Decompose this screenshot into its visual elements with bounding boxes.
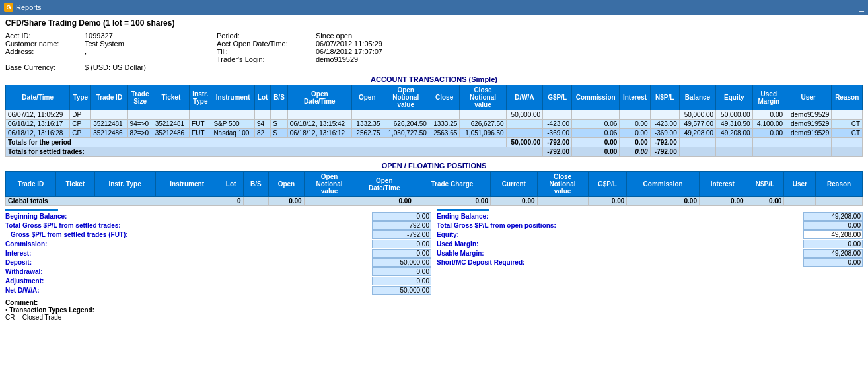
comment-label: Comment: [5,299,863,306]
base-currency-label: Base Currency: [5,63,85,71]
table-cell [254,110,270,120]
table-cell: S&P 500 [211,120,255,129]
global-totals-lot: 0 [219,197,243,206]
table-cell [832,147,863,157]
short-mc-value: 0.00 [803,258,863,267]
table-cell: 2562.75 [352,129,382,138]
fp-col-close-notional: CloseNotionalvalue [537,172,588,197]
col-open-notional: OpenNotionalvalue [382,85,429,110]
table-cell: 06/18/12, 13:16:17 [6,120,70,129]
till-label: Till: [217,48,316,55]
col-equity: Equity [716,85,752,110]
table-cell: CT [832,120,863,129]
usable-margin-value: 49,208.00 [803,249,863,258]
fp-col-reason: Reason [816,172,863,197]
adjustment-label: Adjustment: [5,277,369,285]
gross-pl-fut-value: -792.00 [372,230,431,239]
table-cell: 49,577.00 [679,120,715,129]
table-cell: -792.00 [543,147,572,157]
col-trade-id: Trade ID [91,85,127,110]
gross-pl-fut-label: Gross $P/L from settled trades (FUT): [5,231,369,238]
col-trade-size: TradeSize [127,85,153,110]
used-margin-value: 0.00 [803,240,863,248]
col-close: Close [429,85,459,110]
withdrawal-label: Withdrawal: [5,268,369,275]
title-bar: G Reports _ [0,0,868,15]
global-totals-bs [243,197,269,206]
col-gpl: G$P/L [543,85,572,110]
fp-col-instr-type: Instr. Type [94,172,155,197]
deposit-row: Deposit: 50,000.00 [5,258,431,267]
table-cell: -792.00 [543,138,572,147]
table-cell: S [271,120,287,129]
customer-value: Test System [85,40,217,48]
fp-col-open: Open [269,172,304,197]
commission-value: 0.00 [372,240,431,248]
comment-section: Comment: • Transaction Types Legend: CR … [5,299,863,321]
base-currency-value: $ (USD: US Dollar) [85,63,217,71]
summary-section: Beginning Balance: 0.00 Total Gross $P/L… [5,209,863,295]
acct-open-value: 06/07/2012 11:05:29 [316,40,481,48]
customer-label: Customer name: [5,40,85,48]
open-positions-title: OPEN / FLOATING POSITIONS [5,162,863,170]
col-user: User [785,85,832,110]
global-totals-row: Global totals 0 0.00 0.00 0.00 0.00 0.00… [6,197,863,206]
table-cell: -423.00 [543,120,572,129]
report-title: CFD/Share Trading Demo (1 lot = 100 shar… [5,18,863,28]
table-cell: 94 [254,120,270,129]
table-cell [785,147,832,157]
beginning-balance-row: Beginning Balance: 0.00 [5,212,431,221]
gross-pl-fut-row: Gross $P/L from settled trades (FUT): -7… [5,230,431,239]
table-cell: 1,051,096.50 [460,129,506,138]
total-gross-open-pl-row: Total Gross $P/L from open positions: 0.… [437,221,863,230]
table-cell [211,110,255,120]
global-totals-label: Global totals [6,197,219,206]
table-cell: demo919529 [785,110,832,120]
table-cell [127,110,153,120]
table-cell: DP [70,110,91,120]
col-instrument: Instrument [211,85,255,110]
net-dwa-value: 50,000.00 [372,286,431,295]
table-cell: 35212481 [91,120,127,129]
blank2 [85,55,217,63]
table-cell: 2563.65 [429,129,459,138]
global-totals-open-dt: 0.00 [355,197,414,206]
totals-settled-row: Totals for settled trades:-792.000.000.0… [6,147,863,157]
table-cell: 1333.25 [429,120,459,129]
fp-col-instrument: Instrument [155,172,219,197]
global-totals-gpl: 0.00 [588,197,627,206]
net-dwa-label: Net D/W/A: [5,287,369,294]
table-cell: 50,000.00 [506,110,542,120]
table-cell: -792.00 [650,147,679,157]
deposit-label: Deposit: [5,259,369,266]
table-cell: 626,627.50 [460,120,506,129]
equity-value: 49,208.00 [803,230,863,239]
deposit-value: 50,000.00 [372,258,431,267]
period-value: Since open [316,32,481,40]
fp-col-ticket: Ticket [56,172,94,197]
fp-col-lot: Lot [219,172,243,197]
table-cell: -369.00 [543,129,572,138]
minimize-button[interactable]: _ [859,3,864,12]
table-cell [429,110,459,120]
table-cell: 35212486 [153,129,189,138]
usable-margin-row: Usable Margin: 49,208.00 [437,249,863,258]
col-dwa: D/W/A [506,85,542,110]
table-cell: 49,208.00 [716,129,752,138]
table-cell: 82 [254,129,270,138]
table-row: 06/18/12, 13:16:17CP3521248194=>03521248… [6,120,863,129]
totals-period-row: Totals for the period50,000.00-792.000.0… [6,138,863,147]
global-totals-current: 0.00 [491,197,538,206]
table-cell [382,110,429,120]
global-totals-npl: 0.00 [746,197,784,206]
usable-margin-label: Usable Margin: [437,250,801,257]
table-cell [271,110,287,120]
interest-row: Interest: 0.00 [5,249,431,258]
table-cell: 0.00 [620,129,650,138]
global-totals-open: 0.00 [269,197,304,206]
col-instr-type: Instr.Type [190,85,211,110]
total-gross-open-pl-label: Total Gross $P/L from open positions: [437,222,801,229]
global-totals-user [784,197,816,206]
address-label: Address: [5,48,85,55]
used-margin-label: Used Margin: [437,240,801,248]
